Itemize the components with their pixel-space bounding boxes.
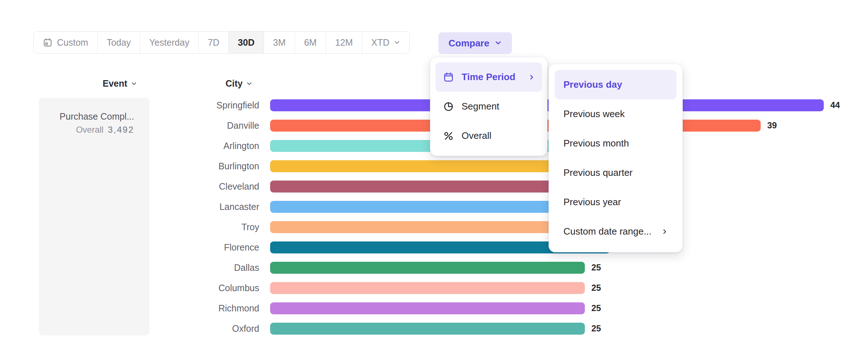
- submenu-item-label: Previous month: [563, 138, 629, 149]
- bar-category-label: Florence: [154, 242, 259, 253]
- range-6m-button[interactable]: 6M: [295, 32, 326, 53]
- range-label: 6M: [304, 37, 317, 48]
- chevron-down-icon: [131, 80, 137, 87]
- menu-item-segment[interactable]: Segment: [435, 92, 542, 121]
- range-label: 3M: [273, 37, 286, 48]
- range-label: XTD: [371, 37, 389, 48]
- bar[interactable]: [270, 262, 585, 274]
- range-today-button[interactable]: Today: [98, 32, 140, 53]
- menu-item-label: Overall: [462, 130, 491, 141]
- compare-button[interactable]: Compare: [438, 32, 512, 54]
- bar-value-label: 39: [767, 120, 777, 131]
- compare-label: Compare: [449, 38, 489, 49]
- bar-value-label: 44: [830, 100, 840, 110]
- range-label: Yesterday: [149, 37, 189, 48]
- bar-category-label: Burlington: [154, 161, 259, 171]
- chart-row: Burlington: [154, 156, 868, 176]
- range-7d-button[interactable]: 7D: [199, 32, 229, 53]
- bar-category-label: Richmond: [154, 303, 259, 314]
- analytics-page: Custom Today Yesterday 7D 30D 3M 6M 12M …: [0, 0, 868, 364]
- bar-category-label: Danville: [154, 120, 259, 131]
- range-label: Today: [107, 37, 131, 48]
- bar-category-label: Cleveland: [154, 181, 259, 192]
- submenu-item-previous-quarter[interactable]: Previous quarter: [555, 158, 677, 187]
- event-column-header[interactable]: Event: [103, 78, 137, 89]
- event-card[interactable]: Purchase Compl... Overall3,492: [39, 98, 149, 335]
- chevron-down-icon: [394, 39, 400, 46]
- chevron-right-icon: [528, 74, 535, 80]
- range-label: 30D: [238, 37, 255, 48]
- submenu-item-previous-year[interactable]: Previous year: [555, 187, 677, 217]
- date-range-toolbar: Custom Today Yesterday 7D 30D 3M 6M 12M …: [33, 31, 410, 54]
- chart-row: Dallas25: [154, 257, 868, 278]
- bar-category-label: Dallas: [154, 262, 259, 273]
- submenu-item-label: Previous year: [563, 197, 621, 208]
- calendar-icon: [443, 71, 454, 83]
- chevron-down-icon: [246, 80, 252, 87]
- city-header-label: City: [226, 78, 243, 89]
- range-3m-button[interactable]: 3M: [264, 32, 295, 53]
- segment-icon: [443, 101, 454, 112]
- event-overall-row: Overall3,492: [46, 125, 134, 135]
- bar[interactable]: [270, 282, 585, 294]
- submenu-item-previous-day[interactable]: Previous day: [555, 70, 677, 99]
- submenu-item-label: Previous week: [563, 108, 625, 120]
- menu-item-label: Segment: [462, 101, 499, 112]
- range-12m-button[interactable]: 12M: [326, 32, 362, 53]
- bar-category-label: Troy: [154, 222, 259, 232]
- submenu-item-previous-month[interactable]: Previous month: [555, 129, 677, 158]
- chart-row: Oxford25: [154, 318, 868, 339]
- bar-value-label: 25: [591, 262, 601, 273]
- event-header-label: Event: [103, 78, 127, 89]
- percent-icon: [443, 130, 454, 142]
- chart-row: Lancaster: [154, 197, 868, 217]
- event-name: Purchase Compl...: [46, 110, 134, 123]
- bar-category-label: Springfield: [154, 100, 259, 111]
- chevron-right-icon: [661, 228, 668, 235]
- bar-category-label: Columbus: [154, 283, 259, 293]
- range-yesterday-button[interactable]: Yesterday: [140, 32, 199, 53]
- submenu-item-label: Previous quarter: [563, 167, 633, 178]
- menu-item-overall[interactable]: Overall: [435, 121, 542, 150]
- city-column-header[interactable]: City: [226, 78, 252, 89]
- calendar-icon: [43, 38, 53, 47]
- chart-row: Troy: [154, 217, 868, 237]
- bar-value-label: 25: [591, 283, 601, 293]
- bar-category-label: Oxford: [154, 323, 259, 334]
- range-xtd-button[interactable]: XTD: [362, 32, 409, 53]
- bar[interactable]: [270, 302, 585, 314]
- range-label: 7D: [208, 37, 219, 48]
- bar-category-label: Lancaster: [154, 202, 259, 212]
- range-30d-button[interactable]: 30D: [229, 32, 264, 53]
- bar-value-label: 25: [591, 303, 601, 313]
- compare-menu: Time Period Segment Overal: [430, 57, 547, 156]
- submenu-item-previous-week[interactable]: Previous week: [555, 99, 677, 129]
- time-period-submenu: Previous day Previous week Previous mont…: [549, 64, 683, 252]
- bar[interactable]: [270, 323, 585, 335]
- chart-row: Columbus25: [154, 278, 868, 298]
- range-custom-button[interactable]: Custom: [34, 32, 98, 53]
- menu-item-time-period[interactable]: Time Period: [435, 62, 542, 92]
- submenu-item-label: Previous day: [563, 79, 622, 90]
- chevron-down-icon: [495, 38, 502, 49]
- submenu-item-custom-date-range[interactable]: Custom date range...: [555, 217, 677, 246]
- chart-row: Cleveland: [154, 176, 868, 197]
- submenu-item-label: Custom date range...: [563, 226, 652, 237]
- chart-row: Florence: [154, 237, 868, 257]
- chart-row: Richmond25: [154, 298, 868, 318]
- bar-value-label: 25: [591, 323, 601, 334]
- overall-label: Overall: [76, 125, 103, 135]
- range-label: 12M: [335, 37, 353, 48]
- menu-item-label: Time Period: [462, 71, 515, 83]
- bar-category-label: Arlington: [154, 141, 259, 151]
- overall-value: 3,492: [108, 125, 134, 135]
- range-label: Custom: [57, 37, 88, 48]
